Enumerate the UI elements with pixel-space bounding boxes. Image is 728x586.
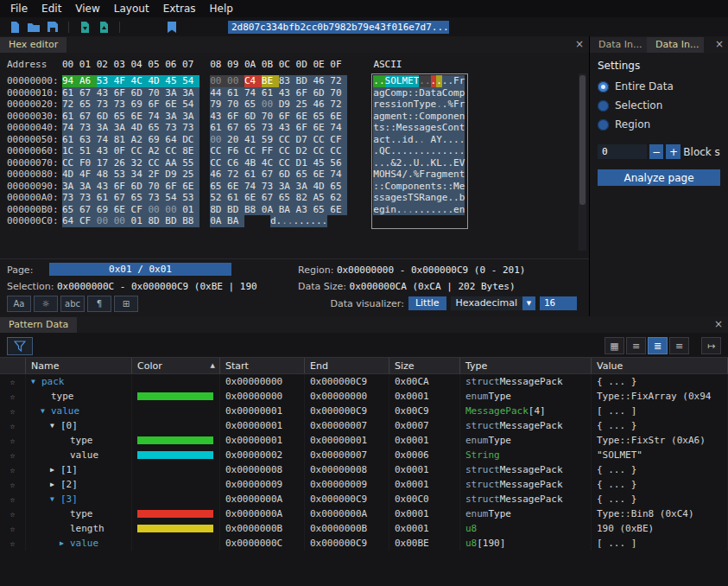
hex-byte-cell[interactable]: C4	[244, 75, 262, 87]
ascii-cell[interactable]: m	[442, 169, 448, 181]
hex-byte-cell[interactable]: A3	[296, 204, 313, 216]
hex-byte-cell[interactable]: 61	[62, 134, 79, 146]
ascii-cell[interactable]: :	[447, 181, 453, 193]
ascii-cell[interactable]: :	[390, 122, 396, 134]
row-name[interactable]: pack	[41, 376, 65, 387]
hex-byte-cell[interactable]: 61	[210, 122, 227, 134]
ascii-cell[interactable]: c	[379, 134, 385, 146]
hex-byte-cell[interactable]: 62	[330, 192, 347, 204]
ascii-cell[interactable]: a	[431, 169, 437, 181]
pattern-row[interactable]: ☆type0x0000000A0x0000000A0x0001enum Type…	[0, 506, 728, 521]
favorite-star-icon[interactable]: ☆	[9, 509, 15, 519]
block-size-input[interactable]: 0	[598, 144, 647, 159]
hex-byte-cell[interactable]: 73	[262, 122, 279, 134]
hex-byte-cell[interactable]: 00	[148, 204, 165, 216]
ascii-cell[interactable]: F	[419, 169, 425, 181]
hex-byte-cell[interactable]: D1	[296, 157, 313, 169]
hex-byte-cell[interactable]: 4D	[148, 75, 165, 87]
hex-byte-cell[interactable]: CC	[279, 157, 296, 169]
ascii-cell[interactable]: s	[408, 122, 414, 134]
ascii-cell[interactable]: t	[373, 122, 379, 134]
hex-byte-cell[interactable]: F6	[227, 145, 244, 157]
ascii-cell[interactable]: .	[402, 204, 408, 216]
ascii-cell[interactable]: o	[390, 87, 396, 99]
ascii-cell[interactable]: .	[373, 145, 379, 157]
ascii-cell[interactable]: i	[402, 134, 408, 146]
ascii-cell[interactable]: o	[402, 99, 408, 111]
hint-toggle[interactable]: ☼	[34, 296, 58, 312]
ascii-cell[interactable]: m	[431, 111, 437, 123]
hex-byte-cell[interactable]: 25	[182, 169, 199, 181]
ascii-cell[interactable]: e	[379, 99, 385, 111]
hex-byte-cell[interactable]: 73	[165, 122, 182, 134]
hex-byte-cell[interactable]: 00	[165, 204, 182, 216]
hex-byte-cell[interactable]: 61	[262, 87, 279, 99]
hex-byte-cell[interactable]: 65	[62, 204, 79, 216]
ascii-cell[interactable]: e	[442, 192, 448, 204]
ascii-cell[interactable]: Y	[436, 134, 442, 146]
ascii-cell[interactable]: o	[442, 111, 448, 123]
hex-byte-cell[interactable]: 73	[79, 192, 97, 204]
tree-view-icon[interactable]: ≡	[626, 337, 646, 354]
row-name[interactable]: [2]	[60, 479, 78, 490]
ascii-cell[interactable]: C	[385, 145, 391, 157]
hex-byte-cell[interactable]: 46	[313, 99, 330, 111]
new-file-icon[interactable]	[5, 20, 24, 35]
ascii-cell[interactable]: .	[431, 204, 437, 216]
ascii-cell[interactable]: 4	[396, 169, 402, 181]
hex-byte-cell[interactable]: 67	[79, 87, 97, 99]
hex-byte-cell[interactable]: 69	[97, 204, 114, 216]
hex-byte-cell[interactable]: 61	[244, 169, 262, 181]
hex-byte-cell[interactable]: 0A	[262, 204, 279, 216]
ascii-cell[interactable]: V	[459, 157, 465, 169]
hex-byte-cell[interactable]: 73	[114, 99, 131, 111]
ascii-cell[interactable]: .	[408, 157, 414, 169]
color-swatch[interactable]	[137, 451, 213, 459]
ascii-cell[interactable]: s	[436, 181, 442, 193]
ascii-cell[interactable]: m	[385, 111, 391, 123]
ascii-cell[interactable]: H	[385, 169, 391, 181]
hex-byte-cell[interactable]: 59	[262, 134, 279, 146]
ascii-cell[interactable]: .	[442, 99, 448, 111]
ascii-cell[interactable]: .	[447, 75, 453, 87]
hex-byte-cell[interactable]: 52	[210, 192, 227, 204]
favorite-star-icon[interactable]: ☆	[9, 421, 15, 430]
hex-byte-cell[interactable]: 00	[210, 75, 227, 87]
ascii-cell[interactable]: %	[414, 169, 420, 181]
ascii-cell[interactable]: o	[425, 111, 431, 123]
hex-byte-cell[interactable]: 6E	[330, 204, 347, 216]
hex-byte-cell[interactable]: D9	[279, 99, 296, 111]
ascii-cell[interactable]: e	[431, 99, 437, 111]
ascii-cell[interactable]: m	[396, 181, 402, 193]
hex-byte-cell[interactable]: 26	[114, 157, 131, 169]
ascii-cell[interactable]: .	[436, 75, 442, 87]
hex-byte-cell[interactable]: 74	[97, 134, 114, 146]
hex-byte-cell[interactable]: 6E	[330, 111, 347, 123]
ascii-cell[interactable]: .	[453, 145, 459, 157]
column-header-size[interactable]: Size	[389, 358, 460, 373]
ascii-cell[interactable]: t	[431, 181, 437, 193]
ascii-cell[interactable]: r	[425, 169, 431, 181]
ascii-cell[interactable]: e	[373, 204, 379, 216]
hex-byte-cell[interactable]: 6F	[296, 122, 313, 134]
hex-byte-cell[interactable]: 74	[244, 181, 262, 193]
hex-byte-cell[interactable]: 4C	[131, 75, 149, 87]
ascii-toggle[interactable]: abc	[60, 296, 85, 312]
ascii-cell[interactable]: :	[442, 181, 448, 193]
hex-byte-cell[interactable]: 73	[148, 192, 165, 204]
hex-byte-cell[interactable]: 00	[210, 134, 227, 146]
hex-byte-cell[interactable]: 73	[182, 122, 199, 134]
ascii-cell[interactable]: :	[408, 87, 414, 99]
ascii-cell[interactable]: .	[288, 215, 294, 227]
ascii-cell[interactable]: C	[442, 87, 448, 99]
hex-byte-cell[interactable]: 0A	[210, 215, 227, 227]
row-name[interactable]: value	[51, 405, 79, 417]
hex-byte-cell[interactable]: 6F	[148, 99, 165, 111]
radio-icon[interactable]	[598, 100, 609, 111]
ascii-cell[interactable]: L	[436, 157, 442, 169]
save-icon[interactable]	[43, 20, 62, 35]
hex-byte-cell[interactable]: CC	[313, 134, 330, 146]
hex-byte-cell[interactable]: 3A	[182, 111, 199, 123]
hex-byte-cell[interactable]: 3A	[296, 181, 313, 193]
hex-byte-cell[interactable]: 6E	[165, 99, 182, 111]
